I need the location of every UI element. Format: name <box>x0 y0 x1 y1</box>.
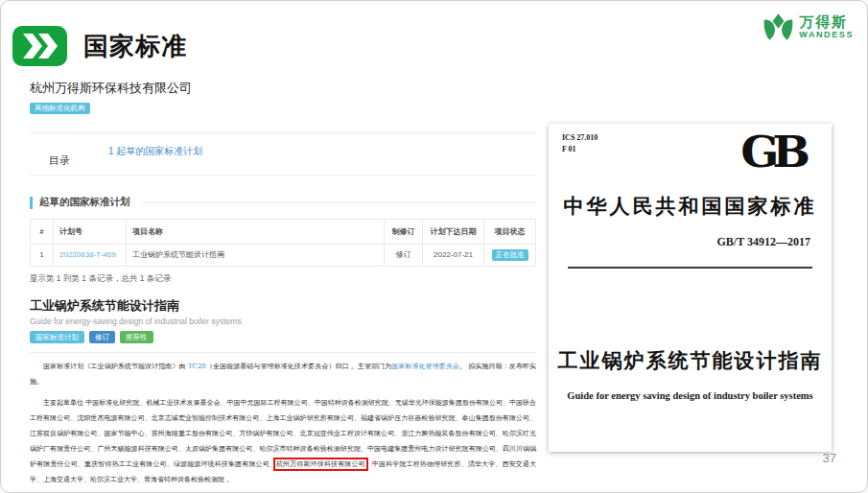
cover-rule <box>568 267 812 269</box>
standard-badges: 国家标准计划 修订 推荐性 <box>30 331 536 344</box>
section-divider <box>142 202 537 203</box>
national-standard-title: 中华人民共和国国家标准 <box>549 193 832 220</box>
company-name: 杭州万得斯环保科技有限公司 <box>30 80 536 97</box>
col-index: # <box>31 220 54 245</box>
badge-national-plan: 国家标准计划 <box>30 331 84 344</box>
chevrons-glyph <box>22 34 59 59</box>
table-row: 1 20220838-T-469 工业锅炉系统节能设计指南 修订 2022-07… <box>31 245 536 267</box>
logo-text: 万得斯 WANDESS <box>799 13 854 40</box>
toc-box: 目录 1 起草的国家标准计划 <box>30 132 536 176</box>
wandess-logo: 万得斯 WANDESS <box>762 12 854 42</box>
col-issue-date: 计划下达日期 <box>423 220 484 245</box>
col-plan-no: 计划号 <box>54 220 127 245</box>
cell-project-name: 工业锅炉系统节能设计指南 <box>127 245 385 267</box>
units-list-pre: 主要起草单位 中国标准化研究院、机械工业技术发展基金会、中国中元国际工程有限公司… <box>30 399 536 468</box>
section-title: 起草的国家标准计划 <box>39 196 130 209</box>
table-header-row: # 计划号 项目名称 制修订 计划下达日期 项目状态 <box>31 220 536 245</box>
standard-title: 工业锅炉系统节能设计指南 <box>30 297 536 315</box>
standard-title-en: Guide for energy-saving design of indust… <box>30 317 536 326</box>
detail-divider <box>30 352 536 353</box>
toc-link-draft-plans[interactable]: 1 起草的国家标准计划 <box>108 133 202 175</box>
webpage-capture: 杭州万得斯环保科技有限公司 其他标准化机构 目录 1 起草的国家标准计划 起草的… <box>30 80 536 493</box>
paragraph-drafting-units: 主要起草单位 中国标准化研究院、机械工业技术发展基金会、中国中元国际工程有限公司… <box>30 395 536 487</box>
plan-number-link[interactable]: 20220838-T-469 <box>59 250 116 259</box>
logo-name-en: WANDESS <box>799 30 854 39</box>
col-revision: 制修订 <box>385 220 423 245</box>
sac-link[interactable]: 国家标准化管理委员会 <box>391 363 459 370</box>
class-code: F 01 <box>562 144 598 155</box>
para1-mid: （全国能源基础与管理标准化技术委员会）归口 。主管部门为 <box>206 363 391 370</box>
cell-revision: 修订 <box>385 245 423 267</box>
cover-doc-title: 工业锅炉系统节能设计指南 <box>549 347 832 374</box>
status-badge: 正在批准 <box>492 249 528 261</box>
gb-logo: GB <box>740 127 810 176</box>
ics-codes: ICS 27.010 F 01 <box>562 132 598 154</box>
leaf-logo-icon <box>762 12 794 42</box>
standard-number: GB/T 34912—2017 <box>717 235 810 249</box>
cell-issue-date: 2022-07-21 <box>423 245 484 267</box>
double-chevron-icon <box>12 26 67 66</box>
para1-prefix: 国家标准计划《工业锅炉系统节能设计指南》由 <box>43 363 188 370</box>
toc-label: 目录 <box>30 153 89 175</box>
section-accent-bar <box>30 197 33 209</box>
badge-revision: 修订 <box>89 331 115 344</box>
table-record-count: 显示第 1 到第 1 条记录，总共 1 条记录 <box>30 273 536 285</box>
standard-cover-page: ICS 27.010 F 01 GB 中华人民共和国国家标准 GB/T 3491… <box>549 124 832 452</box>
slide: 国家标准 万得斯 WANDESS 杭州万得斯环保科技有限公司 其他标准化机构 目… <box>0 0 868 493</box>
company-type-badge: 其他标准化机构 <box>30 103 90 114</box>
section-header: 起草的国家标准计划 <box>30 195 536 210</box>
logo-name: 万得斯 <box>799 13 854 30</box>
page-title: 国家标准 <box>83 30 187 63</box>
tc20-link[interactable]: TC20 <box>188 363 206 370</box>
cell-index: 1 <box>31 245 54 267</box>
badge-recommended: 推荐性 <box>120 331 153 344</box>
paragraph-overview: 国家标准计划《工业锅炉系统节能设计指南》由 TC20（全国能源基础与管理标准化技… <box>30 359 536 389</box>
col-project-name: 项目名称 <box>127 220 385 245</box>
cover-doc-title-en: Guide for energy saving design of indust… <box>549 390 832 401</box>
slide-page-number: 37 <box>823 451 836 465</box>
standards-plan-table: # 计划号 项目名称 制修订 计划下达日期 项目状态 1 20220838-T-… <box>30 219 536 267</box>
highlighted-company: 杭州万得斯环保科技有限公司 <box>276 460 365 468</box>
col-status: 项目状态 <box>484 220 536 245</box>
ics-number: ICS 27.010 <box>562 132 598 144</box>
